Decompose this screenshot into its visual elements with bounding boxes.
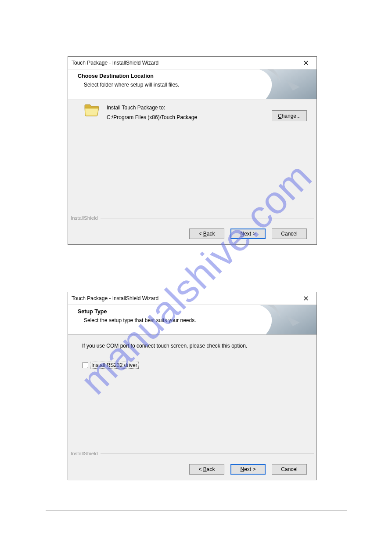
next-button[interactable]: Next > bbox=[230, 229, 266, 239]
rs232-checkbox[interactable] bbox=[82, 362, 88, 368]
header-curl-graphic bbox=[259, 305, 316, 335]
next-button-label: Next > bbox=[240, 466, 255, 472]
back-button[interactable]: < Back bbox=[189, 464, 224, 475]
branding-rule bbox=[101, 453, 314, 454]
option-instruction-text: If you use COM port to connect touch scr… bbox=[82, 343, 247, 349]
cancel-button[interactable]: Cancel bbox=[272, 464, 307, 475]
close-icon bbox=[304, 296, 308, 301]
change-button[interactable]: Change... bbox=[272, 110, 307, 121]
branding-row: InstallShield bbox=[71, 451, 314, 456]
cancel-button-label: Cancel bbox=[281, 231, 297, 237]
wizard-header: Setup Type Select the setup type that be… bbox=[68, 305, 316, 335]
folder-icon bbox=[84, 104, 100, 117]
back-button-label: < Back bbox=[198, 466, 215, 472]
titlebar: Touch Package - InstallShield Wizard bbox=[68, 292, 316, 305]
header-subtitle: Select folder where setup will install f… bbox=[84, 82, 179, 88]
install-to-label: Install Touch Package to: bbox=[107, 105, 165, 111]
next-button-label: Next > bbox=[240, 231, 255, 237]
window-title: Touch Package - InstallShield Wizard bbox=[72, 60, 296, 66]
installshield-branding: InstallShield bbox=[71, 215, 98, 221]
wizard-body: If you use COM port to connect touch scr… bbox=[68, 335, 316, 459]
rs232-checkbox-row: Install RS232 driver bbox=[82, 362, 138, 368]
installer-dialog-setup-type: Touch Package - InstallShield Wizard Set… bbox=[68, 292, 317, 480]
rs232-checkbox-label[interactable]: Install RS232 driver bbox=[90, 362, 138, 368]
wizard-header: Choose Destination Location Select folde… bbox=[68, 69, 316, 99]
page-footer-rule bbox=[46, 511, 347, 511]
branding-row: InstallShield bbox=[71, 215, 314, 221]
back-button-label: < Back bbox=[198, 231, 215, 237]
branding-rule bbox=[101, 218, 314, 218]
close-button[interactable] bbox=[296, 293, 316, 305]
back-button[interactable]: < Back bbox=[189, 229, 224, 239]
installshield-branding: InstallShield bbox=[71, 451, 98, 456]
cancel-button[interactable]: Cancel bbox=[272, 229, 307, 239]
wizard-footer: < Back Next > Cancel bbox=[68, 223, 316, 244]
close-button[interactable] bbox=[296, 57, 316, 69]
wizard-body: Install Touch Package to: C:\Program Fil… bbox=[68, 99, 316, 223]
header-subtitle: Select the setup type that best suits yo… bbox=[84, 317, 196, 323]
cancel-button-label: Cancel bbox=[281, 466, 297, 472]
window-title: Touch Package - InstallShield Wizard bbox=[72, 295, 296, 301]
header-title: Setup Type bbox=[78, 308, 107, 315]
wizard-footer: < Back Next > Cancel bbox=[68, 459, 316, 480]
installer-dialog-destination: Touch Package - InstallShield Wizard Cho… bbox=[68, 56, 317, 245]
titlebar: Touch Package - InstallShield Wizard bbox=[68, 57, 316, 69]
header-curl-graphic bbox=[259, 69, 316, 99]
close-icon bbox=[304, 61, 308, 65]
header-title: Choose Destination Location bbox=[78, 73, 154, 79]
install-path-value: C:\Program Files (x86)\Touch Package bbox=[107, 114, 197, 120]
change-button-label: Change... bbox=[278, 113, 301, 119]
next-button[interactable]: Next > bbox=[230, 464, 266, 475]
